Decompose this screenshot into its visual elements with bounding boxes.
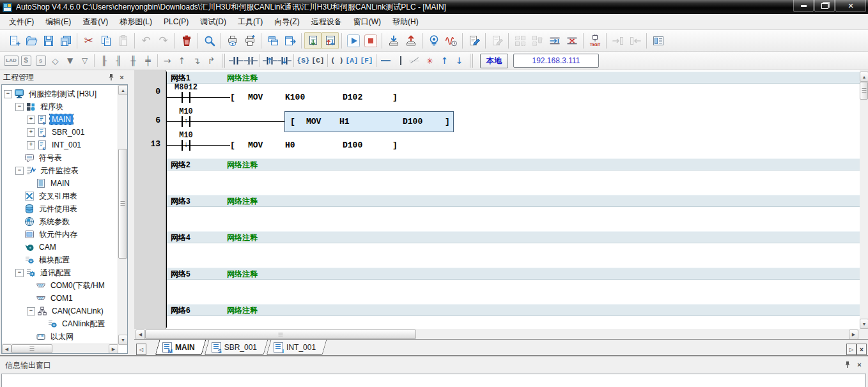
collapse-icon[interactable] [27, 307, 35, 315]
editor-hscrollbar[interactable]: ◀ ▶ [134, 329, 860, 339]
import-program-icon[interactable] [304, 32, 322, 49]
instr-dst[interactable]: D100 [403, 117, 422, 126]
network-name[interactable]: 网络5 [171, 269, 190, 280]
s-block-icon[interactable]: S [19, 54, 33, 68]
scroll-left-icon[interactable]: ◀ [136, 330, 145, 340]
save-all-icon[interactable] [57, 32, 74, 49]
tree-item-ethernet[interactable]: 以太网 [2, 330, 118, 343]
network-name[interactable]: 网络4 [171, 232, 190, 243]
tree-item-com1[interactable]: COM1 [2, 292, 118, 305]
wire-down-corner-icon[interactable]: ↴ [189, 54, 204, 68]
tree-hscrollbar[interactable]: ◀ ▶ [2, 344, 118, 353]
collapse-icon[interactable] [15, 167, 24, 175]
redo-icon[interactable]: ↷ [155, 32, 172, 49]
network-name[interactable]: 网络6 [171, 305, 190, 316]
tree-item-program-blocks[interactable]: 程序块 [2, 100, 118, 113]
contact-m10-falling[interactable]: M10 ↓ [182, 131, 190, 155]
instr-op[interactable]: MOV [306, 117, 321, 126]
coil-counter-icon[interactable] [311, 54, 325, 68]
memory-view-icon[interactable] [649, 32, 667, 49]
collapse-icon[interactable] [4, 90, 12, 98]
tree-item-sbr-001[interactable]: s SBR_001 [2, 126, 118, 139]
ladder-editor[interactable]: 0 6 13 网络1 网络注释 M8012 MOV K100 D102 M10 … [134, 70, 860, 329]
menu-help[interactable]: 帮助(H) [387, 15, 424, 29]
search-icon[interactable] [201, 32, 218, 49]
tree-item-watch-main[interactable]: MAIN [2, 177, 118, 190]
network-1-header[interactable]: 网络1 网络注释 [167, 72, 860, 84]
tree-item-system-params[interactable]: 系统参数 [2, 215, 118, 228]
expand-icon[interactable] [27, 141, 35, 149]
run-icon[interactable] [345, 32, 362, 49]
upload-from-plc-icon[interactable] [402, 32, 419, 49]
network-6-header[interactable]: 网络6 网络注释 [167, 304, 860, 316]
tab-scroll-left-icon[interactable]: ◁ [136, 344, 146, 355]
menu-plc[interactable]: PLC(P) [158, 15, 194, 28]
close-button[interactable]: ✕ [835, 0, 866, 12]
s-block-small-icon[interactable]: s [33, 54, 48, 68]
draw-vline-icon[interactable] [393, 54, 408, 68]
tab-int-001[interactable]: INT_001 [267, 340, 326, 355]
tree-item-device-memory[interactable]: 软元件内存 [2, 228, 118, 241]
tab-sbr-001[interactable]: SBR_001 [205, 340, 267, 355]
menu-window[interactable]: 窗口(W) [348, 15, 387, 29]
tree-item-watch-table[interactable]: 元件监控表 [2, 164, 118, 177]
branch-open-icon[interactable]: ╟ [97, 54, 111, 68]
branch-icon[interactable]: ◇ [48, 54, 63, 68]
line-down-icon[interactable]: ↓ [452, 54, 467, 68]
lad-mode-icon[interactable]: LAD [4, 54, 19, 68]
tree-item-com0[interactable]: COM0(下载/HM [2, 279, 118, 292]
network-comment[interactable]: 网络注释 [227, 269, 258, 280]
network-4-header[interactable]: 网络4 网络注释 [167, 231, 860, 243]
instr-op[interactable]: MOV [248, 140, 263, 150]
branch-merge-icon[interactable]: ╫ [126, 54, 141, 68]
insert-branch-down-icon[interactable]: ▼ [63, 54, 77, 68]
menu-edit[interactable]: 编辑(E) [40, 15, 77, 29]
tree-item-cross-reference[interactable]: 交叉引用表 [2, 190, 118, 202]
contact-m10-rising[interactable]: M10 ↑ [182, 107, 190, 132]
tree-vscrollbar[interactable]: ▲ ▼ [118, 85, 127, 345]
menu-file[interactable]: 文件(F) [3, 15, 40, 29]
delete-all-lines-icon[interactable]: ✳ [422, 54, 437, 68]
local-connection-button[interactable]: 本地 [480, 54, 508, 68]
convert-icon[interactable] [511, 32, 529, 49]
delete-icon[interactable] [178, 32, 195, 49]
tab-main[interactable]: MAIN [156, 340, 205, 355]
network-name[interactable]: 网络2 [171, 160, 190, 171]
tree-item-project-root[interactable]: 伺服控制测试 [H3U] [2, 87, 118, 100]
write-edit-icon[interactable] [465, 32, 483, 49]
export-window-icon[interactable] [281, 32, 298, 49]
tree-item-int-001[interactable]: s INT_001 [2, 139, 118, 151]
insert-row-icon[interactable] [546, 32, 563, 49]
contact-open-icon[interactable] [228, 54, 243, 68]
paste-icon[interactable] [114, 32, 132, 49]
editor-hscroll-thumb[interactable] [145, 330, 416, 339]
tree-item-cam[interactable]: CAM [2, 241, 118, 254]
print-preview-icon[interactable] [224, 32, 241, 49]
download-to-plc-icon[interactable] [385, 32, 402, 49]
stop-icon[interactable] [362, 32, 379, 49]
network-comment[interactable]: 网络注释 [227, 196, 258, 207]
scroll-down-icon[interactable]: ▼ [860, 319, 868, 329]
menu-view[interactable]: 查看(V) [77, 15, 114, 29]
pin-icon[interactable] [105, 72, 116, 83]
instr-dst[interactable]: D102 [343, 93, 362, 102]
monitor-icon[interactable] [425, 32, 442, 49]
convert-delete-icon[interactable] [529, 32, 546, 49]
expand-icon[interactable] [27, 128, 35, 137]
network-comment[interactable]: 网络注释 [227, 73, 258, 84]
contact-m8012[interactable]: M8012 [182, 83, 190, 107]
wire-right-icon[interactable]: → [160, 54, 174, 68]
tree-item-can[interactable]: CAN(CANLink) [2, 305, 118, 317]
instr-op[interactable]: MOV [248, 93, 263, 102]
network-name[interactable]: 网络1 [171, 73, 190, 84]
wire-up-icon[interactable]: ↑ [174, 54, 189, 68]
network-name[interactable]: 网络3 [171, 196, 190, 207]
simulate-test-icon[interactable]: TEST [586, 32, 603, 49]
tree-item-main[interactable]: s MAIN [2, 113, 118, 126]
cascade-windows-icon[interactable] [264, 32, 281, 49]
coil-func-icon[interactable] [359, 54, 374, 68]
copy-icon[interactable] [97, 32, 114, 49]
save-icon[interactable] [40, 32, 57, 49]
editor-vscrollbar[interactable]: ▲ ▼ [860, 72, 868, 329]
menu-ladder[interactable]: 梯形图(L) [114, 15, 158, 29]
